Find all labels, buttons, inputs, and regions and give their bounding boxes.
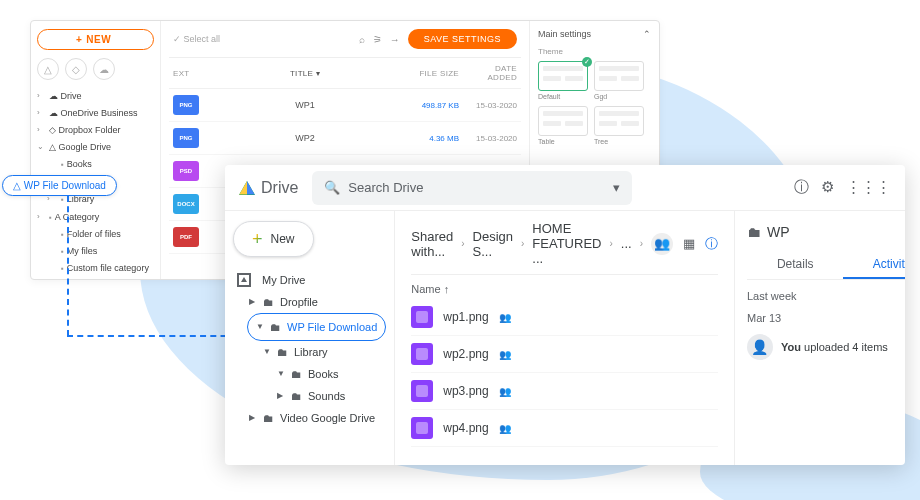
new-button[interactable]: +NEW	[37, 29, 154, 50]
share-icon[interactable]: 👥	[651, 233, 673, 255]
gdrive-icon[interactable]: △	[37, 58, 59, 80]
main-settings-label[interactable]: Main settings	[538, 29, 591, 39]
tree-myfiles[interactable]: ▪My files	[47, 243, 154, 260]
search-placeholder: Search Drive	[348, 180, 605, 195]
tree-folderoffiles[interactable]: ▪Folder of files	[47, 226, 154, 243]
tree-sounds[interactable]: ▶🖿Sounds	[233, 385, 386, 407]
drive-file-row[interactable]: wp2.png👥	[411, 336, 718, 373]
activity-you: You	[781, 341, 801, 353]
theme-option[interactable]: Tree	[594, 106, 644, 145]
drive-brand-text: Drive	[261, 179, 298, 197]
tree-dropfile[interactable]: ▶🖿Dropfile	[233, 291, 386, 313]
drive-tree: My Drive ▶🖿Dropfile ▼🖿WP File Download ▼…	[233, 269, 386, 429]
crumb-item[interactable]: ...	[621, 236, 632, 251]
grid-view-icon[interactable]: ▦	[683, 236, 695, 251]
info-title: 🖿WP	[747, 224, 790, 240]
tab-activity[interactable]: Activity	[843, 251, 905, 279]
tree-google[interactable]: ⌄△ Google Drive	[37, 139, 154, 156]
table-header: EXT TITLE ▾ FILE SIZE DATE ADDED	[169, 58, 521, 89]
section-lastweek: Last week	[747, 290, 905, 302]
filter-icon[interactable]: ⚞	[373, 34, 382, 45]
drive-sidebar: +New My Drive ▶🖿Dropfile ▼🖿WP File Downl…	[225, 211, 394, 465]
tab-details[interactable]: Details	[747, 251, 844, 279]
tree-wpfile-pill[interactable]: ▼🖿WP File Download	[233, 313, 386, 341]
tree-drive[interactable]: ›☁ Drive	[37, 88, 154, 105]
avatar: 👤	[747, 334, 773, 360]
connector-line	[67, 196, 69, 336]
info-icon[interactable]: ⓘ	[705, 235, 718, 253]
gear-icon[interactable]: ⚙	[821, 178, 834, 197]
apps-icon[interactable]: ⋮⋮⋮	[846, 178, 891, 197]
tree-dropbox[interactable]: ›◇ Dropbox Folder	[37, 122, 154, 139]
tree-onedrive[interactable]: ›☁ OneDrive Business	[37, 105, 154, 122]
tree-books[interactable]: ▼🖿Books	[233, 363, 386, 385]
theme-option[interactable]: Table	[538, 106, 588, 145]
drive-logo[interactable]: Drive	[239, 179, 298, 197]
search-icon[interactable]: ⌕	[359, 34, 365, 45]
theme-option[interactable]: Default	[538, 61, 588, 100]
google-drive-panel: Drive 🔍 Search Drive ▾ ⓘ ⚙ ⋮⋮⋮ +New My D…	[225, 165, 905, 465]
connector-line	[67, 335, 247, 337]
drive-file-row[interactable]: wp3.png👥	[411, 373, 718, 410]
activity-text: uploaded 4 items	[804, 341, 888, 353]
tree-custom[interactable]: ▪Custom file category	[47, 260, 154, 277]
crumb-item[interactable]: Design S...	[473, 229, 513, 259]
collapse-icon[interactable]: ⌃	[643, 29, 651, 39]
dropdown-icon[interactable]: ▾	[613, 180, 620, 195]
tree-mydrive[interactable]: My Drive	[233, 269, 386, 291]
help-icon[interactable]: ⓘ	[794, 178, 809, 197]
save-settings-button[interactable]: SAVE SETTINGS	[408, 29, 517, 49]
crumb-item[interactable]: Shared with...	[411, 229, 453, 259]
search-drive[interactable]: 🔍 Search Drive ▾	[312, 171, 632, 205]
table-row[interactable]: PNGWP1498.87 KB15-03-2020	[169, 89, 521, 122]
drive-file-list: Shared with...› Design S...› HOME FEATUR…	[395, 211, 734, 465]
theme-label: Theme	[538, 47, 651, 56]
drive-triangle-icon	[239, 181, 255, 195]
info-panel: 🖿WP × Details Activity Last week Mar 13 …	[734, 211, 905, 465]
activity-row: 👤 You uploaded 4 items	[747, 334, 905, 360]
theme-option[interactable]: Ggd	[594, 61, 644, 100]
breadcrumb: Shared with...› Design S...› HOME FEATUR…	[411, 221, 718, 275]
select-all[interactable]: ✓ Select all	[173, 34, 220, 44]
tree-library[interactable]: ▼🖿Library	[233, 341, 386, 363]
hdr-title[interactable]: TITLE ▾	[211, 69, 399, 78]
tree-video[interactable]: ▶🖿Video Google Drive	[233, 407, 386, 429]
arrow-icon[interactable]: →	[390, 34, 400, 45]
list-header[interactable]: Name ↑	[411, 283, 718, 295]
drive-file-row[interactable]: wp1.png👥	[411, 299, 718, 336]
tree-books[interactable]: ▪Books	[47, 156, 154, 173]
wp-file-download-pill[interactable]: △ WP File Download	[2, 175, 117, 196]
drive-header: Drive 🔍 Search Drive ▾ ⓘ ⚙ ⋮⋮⋮	[225, 165, 905, 211]
wp-sidebar: +NEW △ ◇ ☁ ›☁ Drive ›☁ OneDrive Business…	[31, 21, 161, 279]
hdr-size[interactable]: FILE SIZE	[399, 69, 459, 78]
tree-acategory[interactable]: ›▪A Category	[37, 209, 154, 226]
onedrive-icon[interactable]: ☁	[93, 58, 115, 80]
activity-date: Mar 13	[747, 312, 905, 324]
crumb-item[interactable]: HOME FEATURED ...	[532, 221, 601, 266]
hdr-date[interactable]: DATE ADDED	[459, 64, 517, 82]
drive-new-button[interactable]: +New	[233, 221, 314, 257]
table-row[interactable]: PNGWP24.36 MB15-03-2020	[169, 122, 521, 155]
search-icon: 🔍	[324, 180, 340, 195]
hdr-ext[interactable]: EXT	[173, 69, 211, 78]
info-tabs: Details Activity	[747, 251, 905, 280]
drive-file-row[interactable]: wp4.png👥	[411, 410, 718, 447]
cloud-icons-row: △ ◇ ☁	[37, 58, 154, 80]
dropbox-icon[interactable]: ◇	[65, 58, 87, 80]
